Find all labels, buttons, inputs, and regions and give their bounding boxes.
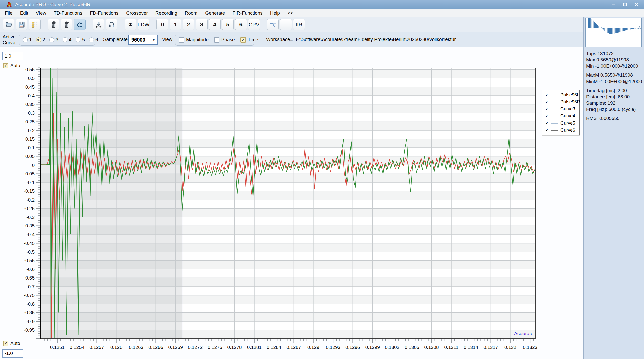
active-curve-radio-4[interactable]: 4 [63, 37, 72, 43]
stat-line: MinM -1.00E+000@12000 [586, 78, 642, 85]
active-curve-label: Active Curve [3, 34, 16, 45]
undo-button[interactable] [74, 19, 86, 30]
menu-item-recording[interactable]: Recording [152, 9, 181, 17]
x-axis-tick-label: 0.1302 [385, 345, 399, 350]
legend-checkbox[interactable]: ✓ [545, 93, 549, 97]
view-checkbox-magnitude[interactable]: Magnitude [179, 37, 209, 43]
menu-item-file[interactable]: File [1, 9, 16, 17]
active-curve-radio-5[interactable]: 5 [76, 37, 85, 43]
ymax-auto-checkbox[interactable]: ✓ Auto [3, 63, 20, 68]
menu-item-fd-functions[interactable]: FD-Functions [86, 9, 122, 17]
stat-group: MaxM 0.5650@11998MinM -1.00E+000@12000 [586, 72, 642, 85]
y-axis-tick-label: 0.4 [28, 93, 35, 98]
perpendicular-button[interactable]: ⊥ [280, 19, 292, 30]
microphone-align-button[interactable] [93, 19, 104, 30]
menu-item-edit[interactable]: Edit [16, 9, 32, 17]
stat-line: Freq [Hz]: 500.0 (cycle) [586, 106, 642, 112]
right-panel: Taps 131072Max 0.5650@11998Min -1.00E+00… [583, 17, 644, 359]
stat-line: Min -1.00E+000@12000 [586, 63, 642, 69]
maximize-button[interactable] [622, 2, 628, 7]
x-axis-tick-label: 0.1308 [424, 345, 439, 350]
curve-4-button[interactable]: 4 [209, 19, 221, 30]
mic-arrows-icon [95, 21, 102, 28]
menu-item-view[interactable]: View [32, 9, 50, 17]
cpv-button[interactable]: CPV [248, 19, 260, 30]
save-file-button[interactable] [16, 19, 27, 30]
x-axis-tick-label: 0.1269 [168, 345, 183, 350]
y-axis-tick-label: -0.15 [24, 188, 35, 194]
legend-line-swatch [551, 130, 558, 131]
waveform-plot[interactable]: 0.12510.12540.12570.1260.12630.12660.126… [0, 47, 583, 359]
iir-button[interactable]: IIR [293, 19, 305, 30]
curve-legend: ✓Pulse96L✓Pulse96R✓Curve3✓Curve4✓Curve5✓… [542, 90, 580, 135]
legend-checkbox[interactable]: ✓ [545, 128, 549, 132]
minimize-button[interactable] [610, 2, 617, 7]
undo-icon [76, 21, 83, 28]
legend-checkbox[interactable]: ✓ [545, 114, 549, 118]
ymax-input[interactable]: 1.0 [2, 52, 23, 60]
samplerate-label: Samplerate [103, 37, 128, 42]
x-axis-tick-label: 0.1284 [267, 345, 281, 350]
chevron-down-icon: ▼ [152, 38, 155, 42]
y-axis-tick-label: 0.2 [28, 128, 35, 133]
main-area: 0.12510.12540.12570.1260.12630.12660.126… [0, 47, 583, 359]
limiter-button[interactable] [267, 19, 279, 30]
view-checkbox-time[interactable]: ✓Time [240, 37, 258, 43]
titlebar: Acourate PRO - Curve 2: Pulse96R [0, 0, 644, 9]
samplerate-select[interactable]: 96000 ▼ [128, 35, 158, 45]
legend-checkbox[interactable]: ✓ [545, 100, 549, 104]
active-curve-radio-2[interactable]: 2 [36, 37, 45, 43]
phase-button[interactable]: Φ [125, 19, 136, 30]
x-axis-tick-label: 0.1263 [129, 345, 143, 350]
legend-checkbox[interactable]: ✓ [545, 121, 549, 125]
headphone-icon [108, 21, 115, 28]
menu-item-fir-functions[interactable]: FIR-Functions [229, 9, 266, 17]
menu-item-help[interactable]: Help [266, 9, 284, 17]
clear-to-trash-button[interactable] [48, 19, 59, 30]
menu-item-td-functions[interactable]: TD-Functions [50, 9, 86, 17]
view-checkbox-phase[interactable]: Phase [214, 37, 235, 43]
active-curve-radio-1[interactable]: 1 [23, 37, 32, 43]
legend-item-pulse96r[interactable]: ✓Pulse96R [545, 99, 577, 105]
x-axis-tick-label: 0.129 [307, 345, 319, 350]
stat-line: Time-lag [ms]: 2.00 [586, 87, 642, 94]
delete-button[interactable] [61, 19, 72, 30]
menu-item-crossover[interactable]: Crossover [122, 9, 152, 17]
legend-item-pulse96l[interactable]: ✓Pulse96L [545, 92, 577, 98]
ymin-auto-checkbox[interactable]: ✓ Auto [3, 341, 20, 346]
window-controls [610, 0, 640, 9]
curve-6-button[interactable]: 6 [235, 19, 247, 30]
legend-item-curve6[interactable]: ✓Curve6 [545, 128, 577, 133]
menu-item-item[interactable]: << [284, 9, 297, 17]
legend-item-curve5[interactable]: ✓Curve5 [545, 121, 577, 126]
active-curve-radio-3[interactable]: 3 [49, 37, 58, 43]
legend-line-swatch [551, 102, 558, 102]
curve-1-button[interactable]: 1 [170, 19, 181, 30]
menu-item-room[interactable]: Room [181, 9, 201, 17]
legend-item-curve3[interactable]: ✓Curve3 [545, 106, 577, 112]
fdw-button[interactable]: FDW [138, 19, 149, 30]
legend-label: Pulse96R [560, 99, 580, 105]
curve-5-button[interactable]: 5 [222, 19, 234, 30]
legend-item-curve4[interactable]: ✓Curve4 [545, 113, 577, 119]
ymin-input[interactable]: -1.0 [2, 349, 23, 358]
active-curve-radio-6[interactable]: 6 [89, 37, 98, 43]
headphone-button[interactable] [106, 19, 117, 30]
view-label: View [162, 37, 172, 42]
curve-2-button[interactable]: 2 [183, 19, 194, 30]
x-axis-tick-label: 0.1281 [247, 345, 262, 350]
close-button[interactable] [633, 2, 640, 7]
y-axis-tick-label: -0.75 [24, 293, 35, 298]
curve-3-button[interactable]: 3 [196, 19, 208, 30]
x-axis-tick-label: 0.1299 [365, 345, 380, 350]
y-axis-tick-label: -0.2 [26, 197, 35, 203]
checkbox-check-icon: ✓ [240, 37, 246, 43]
legend-checkbox[interactable]: ✓ [545, 107, 549, 111]
stat-group: RMS=0.005655 [586, 115, 642, 122]
open-file-button[interactable] [3, 19, 14, 30]
curve-0-button[interactable]: 0 [156, 19, 168, 30]
curve-tree-button[interactable] [29, 19, 41, 30]
menu-item-generate[interactable]: Generate [201, 9, 229, 17]
checkbox-check-icon: ✓ [3, 63, 8, 68]
y-axis-tick-label: -0.7 [26, 284, 35, 289]
